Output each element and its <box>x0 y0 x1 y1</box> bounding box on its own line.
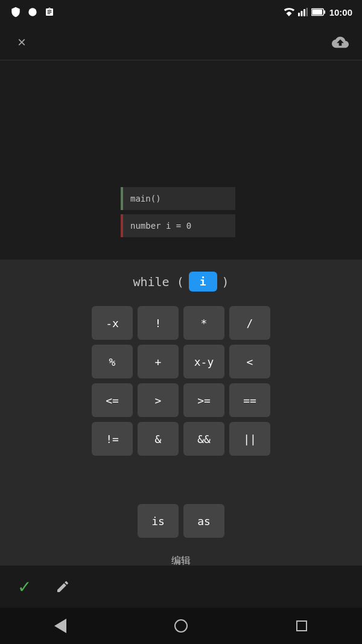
key-lte[interactable]: <= <box>92 383 133 417</box>
key-divide[interactable]: / <box>229 306 270 340</box>
svg-rect-2 <box>300 11 302 16</box>
keypad-last-row: is as <box>138 504 224 538</box>
key-exclaim[interactable]: ! <box>138 306 179 340</box>
key-plus[interactable]: + <box>138 345 179 378</box>
action-bar: ✓ <box>0 566 362 608</box>
key-as[interactable]: as <box>183 504 224 538</box>
key-multiply[interactable]: * <box>183 306 224 340</box>
back-button[interactable] <box>45 614 75 638</box>
close-button[interactable]: × <box>12 33 31 52</box>
key-eq[interactable]: == <box>229 383 270 417</box>
upload-button[interactable] <box>331 33 350 52</box>
svg-rect-3 <box>303 9 305 16</box>
key-or[interactable]: || <box>229 422 270 456</box>
svg-rect-7 <box>312 10 322 14</box>
canvas-area: main() number i = 0 <box>0 60 362 260</box>
check-button[interactable]: ✓ <box>12 575 36 599</box>
key-percent[interactable]: % <box>92 345 133 378</box>
status-left-icons <box>10 6 56 18</box>
keypad-grid: -x ! * / % + x-y < <= > >= == != & && || <box>92 306 270 494</box>
while-keyword: while ( <box>133 275 183 289</box>
status-bar: 10:00 <box>0 0 362 24</box>
key-ampersand[interactable]: & <box>138 422 179 456</box>
recents-button[interactable] <box>287 614 317 638</box>
pencil-button[interactable] <box>51 575 75 599</box>
key-neg-x[interactable]: -x <box>92 306 133 340</box>
key-less[interactable]: < <box>229 345 270 378</box>
key-greater[interactable]: > <box>138 383 179 417</box>
main-block[interactable]: main() <box>121 187 235 210</box>
key-neq[interactable]: != <box>92 422 133 456</box>
nav-bar <box>0 608 362 644</box>
close-paren: ) <box>222 275 229 289</box>
signal-icon <box>298 8 308 16</box>
home-button[interactable] <box>166 614 196 638</box>
key-x-minus-y[interactable]: x-y <box>183 345 224 378</box>
svg-point-0 <box>28 8 36 16</box>
toolbar: × <box>0 24 362 60</box>
svg-rect-6 <box>323 10 325 14</box>
shield-icon <box>10 6 22 18</box>
time-display: 10:00 <box>329 7 352 18</box>
while-expression: while ( i ) <box>133 272 229 292</box>
variable-chip[interactable]: i <box>189 272 217 292</box>
svg-rect-1 <box>298 13 300 16</box>
main-block-label: main() <box>130 194 161 203</box>
number-block-label: number i = 0 <box>130 221 191 231</box>
battery-icon <box>311 8 326 16</box>
key-is[interactable]: is <box>138 504 179 538</box>
svg-rect-4 <box>306 8 308 16</box>
status-right-icons: 10:00 <box>284 7 352 18</box>
key-and[interactable]: && <box>183 422 224 456</box>
key-gte[interactable]: >= <box>183 383 224 417</box>
clipboard-icon <box>43 6 56 18</box>
circle-icon <box>27 6 39 18</box>
wifi-icon <box>284 8 294 16</box>
number-block[interactable]: number i = 0 <box>121 214 235 237</box>
